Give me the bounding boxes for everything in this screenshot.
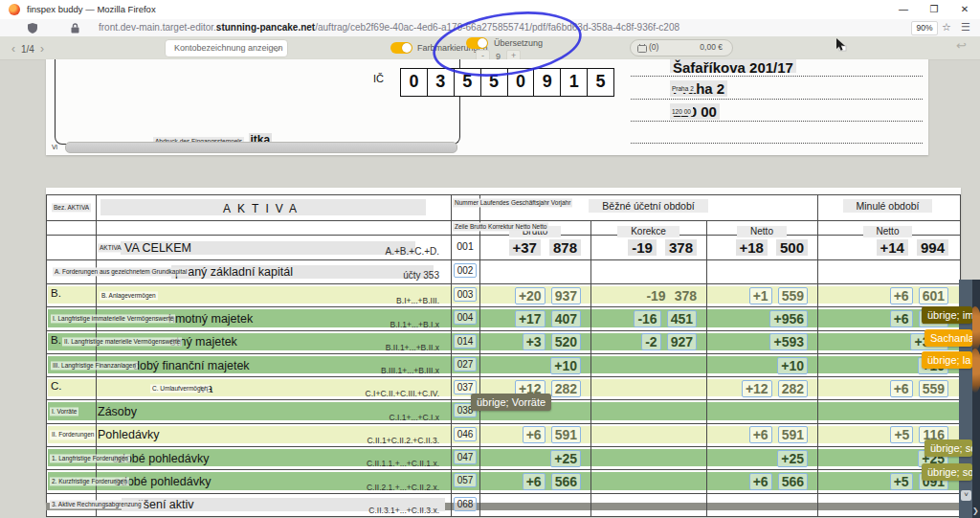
ic-label: IČ (373, 73, 384, 84)
undo-icon[interactable]: ↩ (956, 38, 967, 53)
amount-field[interactable]: +10 (777, 357, 808, 374)
city-translation-overlay[interactable]: Praha 2 (670, 84, 696, 93)
amount-field[interactable]: 451 (667, 310, 697, 327)
amount-field[interactable]: 407 (551, 310, 581, 327)
ic-digit-cell[interactable]: 0 (507, 69, 534, 96)
amount-field[interactable]: +6 (523, 426, 546, 443)
amount-field[interactable]: +956 (769, 310, 808, 327)
row-number[interactable]: 046 (454, 427, 478, 441)
amount-field[interactable]: +5 (890, 473, 913, 490)
amount-field[interactable]: 591 (551, 426, 581, 443)
row-number[interactable]: 002 (454, 263, 478, 278)
translation-overlay[interactable]: I. Vorräte (50, 408, 78, 417)
color-markings-toggle[interactable] (390, 42, 412, 54)
translation-overlay[interactable]: II. Langfristige materielle Vermögenswer… (62, 338, 182, 347)
bookmark-star-icon[interactable]: ☆ (942, 21, 951, 34)
translation-overlay[interactable]: II. Forderungen (50, 431, 96, 439)
row-number[interactable]: 027 (454, 357, 478, 372)
ic-digit-cell[interactable]: 1 (560, 69, 587, 96)
amount-field[interactable]: +12 (742, 380, 772, 397)
ic-digit-cell[interactable]: 5 (480, 69, 507, 96)
row-number[interactable]: 037 (454, 380, 478, 394)
amount-field[interactable]: +25 (550, 450, 581, 467)
amount-field[interactable]: +6 (749, 473, 772, 490)
row-number[interactable]: 047 (454, 450, 478, 464)
amount-field[interactable]: 566 (551, 473, 581, 490)
translation-tooltip: übrige; la (922, 351, 972, 369)
translation-overlay[interactable]: AKTIVA (98, 243, 123, 252)
scroll-right-icon[interactable]: ❯ (972, 507, 979, 515)
translation-overlay[interactable]: 2. Kurzfristige Forderungen (50, 477, 129, 485)
amount-field[interactable]: +1 (749, 287, 772, 304)
translation-overlay[interactable]: B. Anlagevermögen (100, 291, 158, 300)
cursor-tool-icon[interactable] (835, 37, 848, 52)
amount-field[interactable]: +6 (890, 310, 913, 327)
account-label-dropdown[interactable]: Kontobezeichnung anzeigen (165, 39, 288, 57)
amount-field[interactable]: 566 (778, 473, 808, 490)
zeile-translation-overlay[interactable]: Zeile Brutto Korrektur Netto Netto (453, 222, 548, 231)
url-text[interactable]: front.dev-main.target-editor.stunning-pa… (99, 22, 679, 33)
ic-digit-cell[interactable]: 0 (401, 69, 427, 96)
translation-overlay[interactable]: I. Langfristige immaterielle Vermögenswe… (51, 314, 175, 323)
ic-digit-cell[interactable]: 3 (427, 69, 454, 96)
amount-field[interactable]: +25 (777, 450, 808, 467)
amount-field[interactable]: 927 (667, 333, 697, 350)
zip-field[interactable]: 120 00 120 00 (670, 103, 720, 121)
amount-field[interactable]: +6 (890, 380, 913, 397)
translation-overlay[interactable]: A. Forderungen aus gezeichnetem Grundkap… (53, 267, 189, 276)
amount-field[interactable]: +3 (523, 333, 546, 350)
translation-overlay[interactable]: III. Langfristige Finanzanlagen (51, 361, 138, 370)
hamburger-menu-icon[interactable]: ☰ (961, 21, 970, 34)
amount-field[interactable]: +593 (769, 333, 808, 350)
amount-field[interactable]: 601 (919, 287, 948, 304)
wallpaper-blotch (972, 306, 980, 350)
prev-page-icon[interactable]: ‹ (11, 42, 15, 56)
amount-field[interactable]: 559 (778, 287, 808, 304)
amount-field[interactable]: -16 (634, 310, 660, 327)
translation-overlay[interactable]: C. Umlaufvermögen (150, 384, 210, 393)
amount-field[interactable]: +17 (515, 310, 546, 327)
num-col-translation-overlay[interactable]: Nummer Laufendes Geschäftsjahr Vorjahr (453, 198, 572, 207)
ic-digit-cell[interactable]: 9 (533, 69, 560, 96)
street-field[interactable]: Šafaříkova 201/17 (670, 59, 796, 73)
amount-field[interactable]: +6 (890, 287, 913, 304)
row-number[interactable]: 003 (454, 287, 478, 302)
row-number[interactable]: 068 (454, 497, 478, 511)
amount-field[interactable]: -2 (641, 333, 660, 350)
amount-field[interactable]: 282 (551, 380, 581, 397)
row-number-cell: 068 (451, 494, 479, 516)
amount-cell: +10 (479, 354, 581, 376)
bez-translation-overlay[interactable]: Bez. AKTIVA (52, 203, 91, 212)
amount-field[interactable]: 937 (551, 287, 581, 304)
shield-icon[interactable] (28, 23, 37, 34)
city-field[interactable]: Praha 2 Praha 2 (670, 80, 727, 98)
amount-field[interactable]: 559 (919, 380, 948, 397)
amount-field[interactable]: +6 (523, 473, 546, 490)
maximize-button[interactable]: ❐ (919, 0, 949, 19)
ic-digit-cell[interactable]: 5 (454, 69, 480, 96)
translation-overlay[interactable]: 3. Aktive Rechnungsabgrenzung (50, 501, 144, 509)
url-bar[interactable]: front.dev-main.target-editor.stunning-pa… (0, 19, 980, 37)
ic-digit-cell[interactable]: 5 (587, 69, 613, 96)
zip-translation-overlay[interactable]: 120 00 (670, 107, 693, 116)
amount-field[interactable]: 282 (778, 380, 808, 397)
cart-pill[interactable]: (0) 0,00 € (630, 39, 733, 56)
amount-field[interactable]: 591 (778, 426, 808, 443)
page-zoom-badge[interactable]: 90% (911, 21, 938, 35)
amount-field[interactable]: +6 (749, 426, 772, 443)
translation-overlay[interactable]: 1. Langfristige Forderungen (50, 454, 130, 462)
amount-field[interactable]: +5 (890, 426, 913, 443)
minimize-button[interactable]: — (888, 0, 919, 19)
scroll-down-icon[interactable]: ˅ (961, 490, 971, 501)
amount-field[interactable]: 520 (551, 333, 581, 350)
amount-field[interactable]: +20 (515, 287, 546, 304)
lock-icon[interactable] (71, 23, 79, 34)
close-button[interactable]: ✕ (949, 0, 980, 19)
next-page-icon[interactable]: › (40, 42, 44, 56)
row-number[interactable]: 014 (454, 334, 478, 349)
translation-toggle[interactable] (466, 37, 488, 49)
row-number[interactable]: 057 (454, 473, 478, 487)
row-number[interactable]: 004 (454, 310, 478, 325)
amount-field: 878 (549, 239, 581, 256)
amount-field[interactable]: +10 (550, 357, 581, 374)
